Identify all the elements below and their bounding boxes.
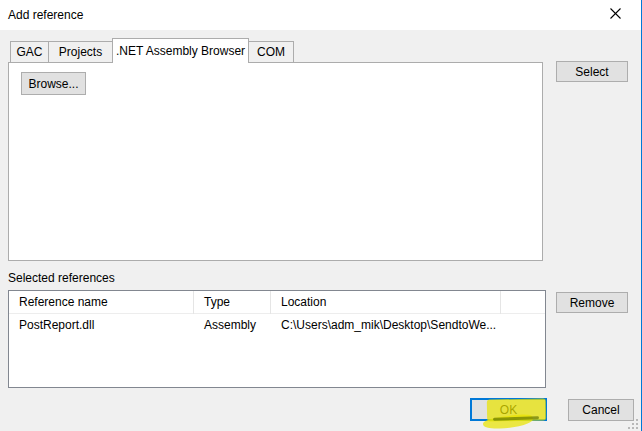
cancel-button[interactable]: Cancel <box>568 399 634 421</box>
browse-button[interactable]: Browse... <box>21 72 86 95</box>
column-header-type[interactable]: Type <box>194 291 271 314</box>
table-row[interactable]: PostReport.dll Assembly C:\Users\adm_mik… <box>9 314 545 336</box>
table-header: Reference name Type Location <box>9 291 545 314</box>
selected-references-label: Selected references <box>8 271 115 285</box>
column-header-location[interactable]: Location <box>271 291 501 314</box>
cell-type: Assembly <box>194 314 271 336</box>
tab-projects[interactable]: Projects <box>48 41 113 63</box>
column-header-reference-name[interactable]: Reference name <box>9 291 194 314</box>
dialog-title: Add reference <box>8 0 83 30</box>
selected-references-table[interactable]: Reference name Type Location PostReport.… <box>8 290 546 388</box>
select-button[interactable]: Select <box>556 61 628 82</box>
add-reference-dialog: Add reference GAC Projects .NET Assembly… <box>0 0 642 431</box>
close-icon <box>610 8 621 22</box>
cell-reference-name: PostReport.dll <box>9 314 194 336</box>
cell-location: C:\Users\adm_mik\Desktop\SendtoWe... <box>271 314 545 336</box>
tab-net-assembly-browser[interactable]: .NET Assembly Browser <box>112 38 249 63</box>
close-button[interactable] <box>596 0 634 30</box>
title-bar: Add reference <box>0 0 642 30</box>
remove-button[interactable]: Remove <box>556 292 628 313</box>
ok-button[interactable]: OK <box>470 398 547 421</box>
assembly-list-area[interactable] <box>8 62 543 261</box>
tab-gac[interactable]: GAC <box>10 41 49 63</box>
resize-grip-icon[interactable] <box>627 418 638 429</box>
column-header-spacer <box>501 291 545 314</box>
tab-com[interactable]: COM <box>248 41 294 63</box>
